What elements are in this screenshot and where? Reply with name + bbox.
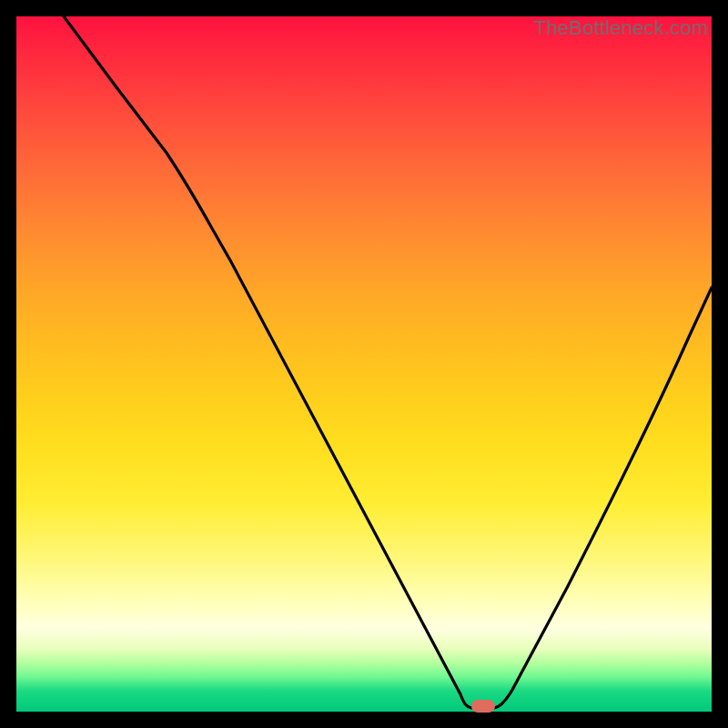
chart-frame: TheBottleneck.com	[0, 0, 728, 728]
curve-layer	[16, 16, 712, 712]
bottleneck-curve	[64, 16, 712, 708]
optimal-marker	[471, 700, 495, 713]
plot-area: TheBottleneck.com	[16, 16, 712, 712]
